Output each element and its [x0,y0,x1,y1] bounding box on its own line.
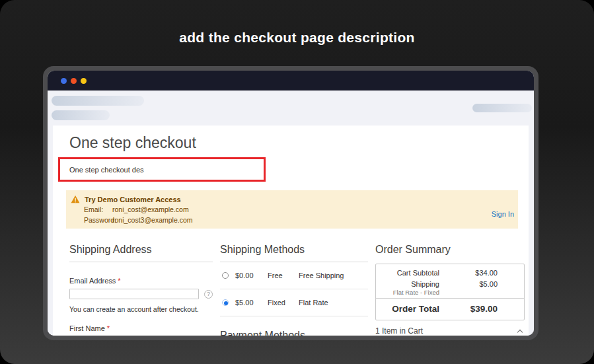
order-total-row: Order Total $39.00 [376,298,524,320]
shipping-method-row-free: $0.00 Free Free Shipping [220,262,368,289]
items-in-cart-toggle[interactable]: 1 Item in Cart [375,326,525,336]
browser-titlebar [48,71,534,91]
subtotal-row: Cart Subtotal $34.00 [383,268,498,277]
shipping-row: Shipping $5.00 [383,279,498,289]
order-summary-box: Cart Subtotal $34.00 Shipping $5.00 Flat… [375,264,525,320]
shipping-address-heading: Shipping Address [69,243,213,262]
payment-methods-heading: Payment Methods [220,329,368,336]
shipping-label: Shipping [383,279,439,289]
demo-credentials: Email: roni_cost@example.com Password: r… [71,205,518,225]
site-header-skeleton [48,91,534,126]
required-asterisk: * [107,324,110,332]
method-name: Fixed [268,299,299,307]
demo-customer-notice: Try Demo Customer Access Email: roni_cos… [66,190,518,229]
description-highlight-box: One step checkout des [58,157,266,182]
subtotal-value: $34.00 [445,268,498,277]
method-name: Free [268,272,299,279]
browser-window: One step checkout One step checkout des … [43,66,538,340]
method-carrier: Flat Rate [299,299,328,307]
method-price: $0.00 [235,272,268,279]
demo-email-label: Email: [84,205,112,214]
summary-totals: Cart Subtotal $34.00 Shipping $5.00 Flat… [376,264,524,298]
shipping-methods-column: Shipping Methods $0.00 Free Free Shippin… [220,243,368,336]
order-total-value: $39.00 [445,304,498,314]
demo-password-row: Password: roni_cost3@example.com [84,216,518,225]
checkout-description-text: One step checkout des [69,166,144,174]
checkout-columns: Shipping Address Email Address* ? You ca… [69,243,525,336]
order-total-label: Order Total [383,304,439,314]
email-input-row: ? [69,289,213,299]
header-skeleton-bar-right [472,104,532,112]
hero-title: add the checkout page description [0,30,594,46]
first-name-label: First Name* [69,324,213,332]
method-carrier: Free Shipping [299,272,344,279]
help-icon[interactable]: ? [204,290,213,299]
shipping-method-caption: Flat Rate - Fixed [383,289,439,296]
demo-notice-title: Try Demo Customer Access [85,196,181,203]
radio-free-shipping[interactable] [222,272,229,279]
order-summary-column: Order Summary Cart Subtotal $34.00 Shipp… [375,243,525,336]
radio-flat-rate[interactable] [222,299,229,306]
method-price: $5.00 [235,299,268,307]
checkout-page: One step checkout One step checkout des … [53,126,529,336]
items-in-cart-label: 1 Item in Cart [375,326,423,336]
window-control-yellow-icon[interactable] [81,78,87,84]
warning-icon [71,195,80,203]
demo-email-row: Email: roni_cost@example.com [84,205,518,214]
window-control-blue-icon[interactable] [61,78,67,84]
subtotal-label: Cart Subtotal [383,268,439,277]
email-address-label: Email Address* [69,277,213,285]
sign-in-link[interactable]: Sign In [492,210,514,218]
browser-window-inner: One step checkout One step checkout des … [48,71,534,336]
page-title: One step checkout [69,126,525,152]
shipping-value: $5.00 [445,279,498,289]
demo-notice-header: Try Demo Customer Access [71,195,518,203]
account-note: You can create an account after checkout… [69,305,213,313]
demo-password-label: Password: [84,216,112,225]
demo-password-value: roni_cost3@example.com [112,216,193,225]
shipping-address-column: Shipping Address Email Address* ? You ca… [69,243,213,336]
demo-email-value: roni_cost@example.com [112,205,189,214]
header-skeleton-bar-large [52,96,144,106]
header-skeleton-bar-small [52,110,110,120]
email-address-input[interactable] [69,289,199,299]
window-control-orange-icon[interactable] [71,78,77,84]
chevron-up-icon [517,329,523,334]
order-summary-heading: Order Summary [375,243,525,259]
screenshot-canvas: add the checkout page description One st… [0,0,594,364]
shipping-methods-heading: Shipping Methods [220,243,368,262]
shipping-method-row-flat: $5.00 Fixed Flat Rate [220,289,368,316]
browser-viewport: One step checkout One step checkout des … [48,91,534,336]
required-asterisk: * [118,277,120,285]
